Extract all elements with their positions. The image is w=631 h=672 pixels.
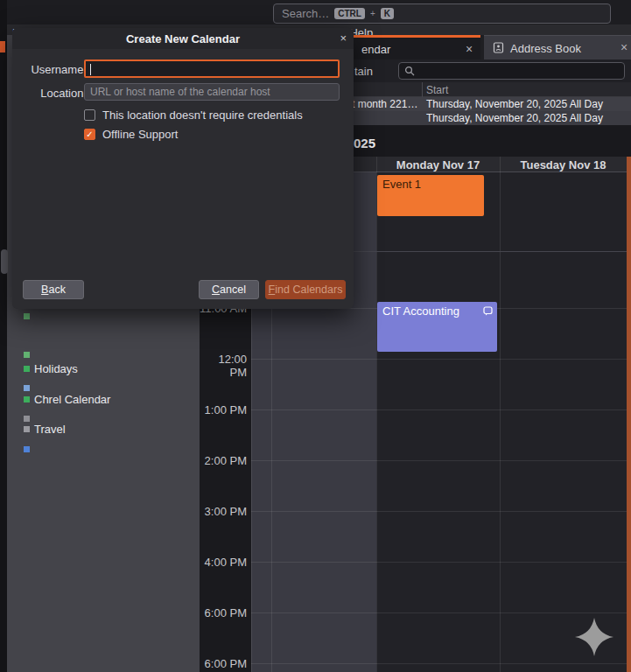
calendar-color-swatch bbox=[24, 396, 30, 402]
start-column-header[interactable]: Start bbox=[426, 84, 448, 96]
search-placeholder: Search… bbox=[282, 7, 329, 20]
day-column-monday[interactable] bbox=[376, 172, 500, 672]
back-button[interactable]: Back bbox=[23, 280, 84, 299]
find-calendars-button[interactable]: Find Calendars bbox=[265, 280, 346, 299]
event-allday[interactable]: Event 1 bbox=[377, 175, 484, 216]
time-label: 6:00 PM bbox=[200, 657, 247, 670]
hour-line bbox=[251, 511, 627, 512]
app-window: Search… CTRL + K File Edit View Go Messa… bbox=[0, 0, 631, 672]
time-label: 6:00 PM bbox=[200, 606, 247, 620]
grid-vline bbox=[500, 157, 501, 672]
calendar-list-item[interactable]: Holidays bbox=[24, 361, 78, 375]
time-label: 4:00 PM bbox=[200, 556, 247, 569]
calendar-color-swatch bbox=[24, 446, 30, 452]
calendar-name: Holidays bbox=[34, 362, 78, 375]
result-title: t month 221… bbox=[352, 98, 417, 110]
day-header-monday[interactable]: Monday Nov 17 bbox=[376, 158, 500, 172]
hour-line bbox=[251, 562, 627, 563]
hour-line bbox=[251, 612, 627, 613]
day-header-tuesday[interactable]: Tuesday Nov 18 bbox=[500, 158, 627, 172]
text-caret bbox=[90, 64, 91, 75]
day-column-tuesday[interactable] bbox=[500, 172, 627, 672]
credentials-checkbox-row[interactable]: This location doesn't require credential… bbox=[84, 108, 303, 122]
reminder-icon bbox=[483, 305, 493, 318]
search-icon bbox=[404, 66, 415, 79]
username-input[interactable] bbox=[84, 60, 340, 78]
time-label: 3:00 PM bbox=[200, 505, 247, 518]
location-label: Location: bbox=[22, 87, 87, 100]
ctrl-key-badge: CTRL bbox=[334, 8, 365, 19]
credentials-checkbox-label: This location doesn't require credential… bbox=[102, 108, 303, 122]
right-edge-strip bbox=[627, 157, 631, 672]
result-start: Thursday, November 20, 2025 All Day bbox=[426, 112, 603, 124]
tab-address-book-close-icon[interactable]: × bbox=[620, 40, 627, 54]
find-events-search-input[interactable] bbox=[398, 62, 625, 80]
sparkle-icon bbox=[574, 617, 614, 660]
checkbox-checked[interactable] bbox=[84, 129, 95, 140]
dialog-close-icon[interactable]: × bbox=[340, 32, 347, 45]
calendar-list-item[interactable] bbox=[24, 442, 34, 456]
hour-line bbox=[251, 410, 627, 410]
time-label: 2:00 PM bbox=[200, 454, 247, 467]
filter-label: tain bbox=[354, 65, 373, 78]
spaces-toolbar bbox=[0, 0, 7, 672]
time-label: 1:00 PM bbox=[200, 403, 247, 416]
week-title: 025 bbox=[354, 136, 375, 150]
active-space-indicator[interactable] bbox=[0, 41, 5, 52]
calendar-color-swatch bbox=[24, 416, 30, 422]
tab-address-book[interactable]: Address Book × bbox=[484, 35, 631, 60]
calendar-name: Travel bbox=[34, 423, 66, 436]
event-timed[interactable]: CIT Accounting bbox=[377, 302, 497, 352]
hour-line bbox=[251, 359, 627, 360]
tab-calendar-close-icon[interactable]: × bbox=[466, 42, 473, 56]
username-label: Username: bbox=[22, 63, 87, 76]
calendar-list-item[interactable]: Chrel Calendar bbox=[24, 392, 110, 406]
tab-address-book-label: Address Book bbox=[510, 42, 581, 55]
cancel-button[interactable]: Cancel bbox=[199, 280, 259, 299]
hour-line bbox=[251, 663, 627, 664]
calendar-list-item[interactable] bbox=[24, 347, 34, 361]
calendar-name: Chrel Calendar bbox=[34, 393, 110, 406]
tab-calendar-label: endar bbox=[361, 43, 390, 56]
hour-line bbox=[251, 460, 627, 461]
address-book-icon bbox=[493, 42, 504, 56]
result-start: Thursday, November 20, 2025 All Day bbox=[426, 98, 603, 110]
checkbox-unchecked[interactable] bbox=[84, 109, 95, 121]
time-label: 12:00 PM bbox=[200, 353, 247, 379]
calendar-list-item[interactable] bbox=[24, 309, 34, 323]
calendar-color-swatch bbox=[24, 313, 30, 319]
event-title: Event 1 bbox=[382, 178, 421, 191]
top-bar: Search… CTRL + K bbox=[7, 0, 631, 24]
column-divider[interactable] bbox=[422, 82, 423, 97]
global-search-input[interactable]: Search… CTRL + K bbox=[273, 4, 611, 24]
create-calendar-dialog: Create New Calendar × Username: Location… bbox=[12, 28, 354, 309]
calendar-color-swatch bbox=[24, 366, 30, 372]
dialog-titlebar: Create New Calendar × bbox=[12, 28, 354, 49]
location-input[interactable] bbox=[84, 83, 340, 101]
plus-separator: + bbox=[370, 9, 375, 18]
grid-vline bbox=[376, 157, 377, 672]
calendar-color-swatch bbox=[24, 352, 30, 358]
calendar-list-item[interactable]: Travel bbox=[24, 422, 66, 436]
rail-scrollbar-thumb[interactable] bbox=[1, 249, 8, 274]
k-key-badge: K bbox=[381, 8, 394, 19]
dialog-title: Create New Calendar bbox=[12, 32, 354, 46]
offline-checkbox-label: Offline Support bbox=[102, 128, 178, 141]
event-title: CIT Accounting bbox=[382, 304, 459, 318]
calendar-color-swatch bbox=[24, 385, 30, 391]
offline-checkbox-row[interactable]: Offline Support bbox=[84, 128, 178, 141]
calendar-color-swatch bbox=[24, 426, 30, 432]
